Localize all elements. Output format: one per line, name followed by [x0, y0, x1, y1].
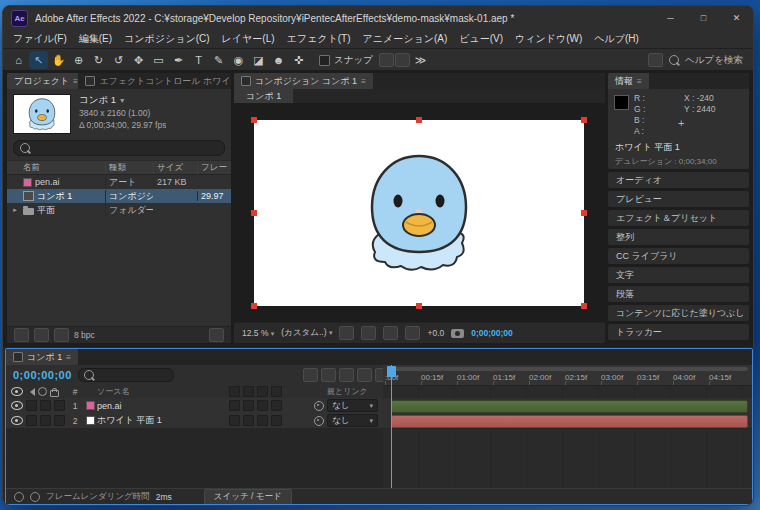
eraser-tool-icon[interactable]: ◪: [249, 51, 268, 69]
brush-tool-icon[interactable]: ✎: [209, 51, 228, 69]
layer-bar-white-solid[interactable]: [391, 415, 748, 428]
column-size[interactable]: サイズ: [153, 162, 197, 174]
current-time-display[interactable]: 0;00;00;00: [13, 369, 72, 381]
solo-icon[interactable]: [38, 387, 47, 396]
shy-toggle[interactable]: [229, 400, 240, 411]
puppet-pin-tool-icon[interactable]: ✜: [289, 51, 308, 69]
type-tool-icon[interactable]: T: [189, 51, 208, 69]
menu-window[interactable]: ウィンドウ(W): [509, 32, 588, 46]
lock-icon[interactable]: [50, 390, 59, 397]
composition-viewer[interactable]: [234, 103, 605, 323]
layer-row-2[interactable]: 2 ホワイト 平面 1 なし ▾: [6, 413, 383, 429]
selection-tool-icon[interactable]: ↖: [29, 51, 48, 69]
layer-row-1[interactable]: 1 pen.ai なし ▾: [6, 398, 383, 414]
snap-toggle[interactable]: スナップ: [319, 54, 373, 67]
menu-file[interactable]: ファイル(F): [7, 32, 73, 46]
timeline-track-area[interactable]: :00f 00:15f 01:00f 01:15f 02:00f 02:15f …: [383, 365, 752, 489]
tab-timeline-comp1[interactable]: コンポ 1 ≡: [6, 349, 78, 365]
exposure-value[interactable]: +0.0: [427, 328, 444, 338]
trash-icon[interactable]: [209, 328, 224, 342]
zoom-tool-icon[interactable]: ⊕: [69, 51, 88, 69]
shy-toggle[interactable]: [229, 415, 240, 426]
switches-modes-button[interactable]: スイッチ / モード: [204, 489, 292, 505]
project-row-comp1[interactable]: コンポ 1 コンポジション 29.97: [7, 189, 231, 203]
effect-toggle[interactable]: [271, 415, 282, 426]
mask-visibility-icon[interactable]: [361, 326, 376, 340]
column-source-name[interactable]: ソース名: [97, 386, 225, 397]
collapse-toggle[interactable]: [243, 415, 254, 426]
selection-handle[interactable]: [251, 117, 257, 123]
maximize-button[interactable]: □: [687, 6, 720, 30]
parent-select[interactable]: なし ▾: [327, 414, 378, 427]
solo-toggle[interactable]: [40, 415, 51, 426]
project-row-solids-folder[interactable]: ▸ 平面 フォルダー: [7, 203, 231, 217]
roto-brush-tool-icon[interactable]: ☻: [269, 51, 288, 69]
snap-option2-icon[interactable]: [395, 53, 410, 67]
panel-cc-libraries[interactable]: CC ライブラリ: [608, 248, 749, 264]
pickwhip-icon[interactable]: [314, 401, 324, 411]
hide-shy-layers-icon[interactable]: [339, 368, 354, 382]
menu-view[interactable]: ビュー(V): [453, 32, 509, 46]
layer-source-name[interactable]: pen.ai: [97, 401, 225, 411]
timeline-search-input[interactable]: [78, 368, 174, 382]
quality-toggle[interactable]: [257, 415, 268, 426]
snap-option-icon[interactable]: [379, 53, 394, 67]
orbit-camera-tool-icon[interactable]: ↻: [89, 51, 108, 69]
column-parent-link[interactable]: 親とリンク: [327, 386, 383, 397]
column-type[interactable]: 種類: [105, 162, 153, 174]
lock-toggle[interactable]: [54, 400, 65, 411]
rotation-tool-icon[interactable]: ↺: [109, 51, 128, 69]
panel-tracker[interactable]: トラッカー: [608, 324, 749, 340]
layer-bar-penai[interactable]: [391, 400, 748, 413]
selection-handle[interactable]: [581, 210, 587, 216]
pan-behind-tool-icon[interactable]: ✥: [129, 51, 148, 69]
composition-flowchart-icon[interactable]: [303, 368, 318, 382]
column-framerate[interactable]: フレー: [197, 162, 231, 174]
selection-handle[interactable]: [416, 303, 422, 309]
menu-effect[interactable]: エフェクト(T): [281, 32, 357, 46]
help-search[interactable]: ヘルプを検索: [648, 53, 747, 67]
hand-tool-icon[interactable]: ✋: [49, 51, 68, 69]
viewer-current-time[interactable]: 0;00;00;00: [471, 328, 513, 338]
audio-icon[interactable]: [26, 388, 35, 396]
project-row-penai[interactable]: pen.ai アート 217 KB: [7, 175, 231, 189]
column-name[interactable]: 名前: [23, 162, 105, 174]
panel-preview[interactable]: プレビュー: [608, 191, 749, 207]
playhead-line[interactable]: [391, 365, 392, 489]
workspace-switcher-icon[interactable]: [648, 53, 663, 67]
menu-composition[interactable]: コンポジション(C): [118, 32, 216, 46]
audio-toggle[interactable]: [26, 415, 37, 426]
tab-effect-controls[interactable]: エフェクトコントロール ホワイト: [78, 73, 231, 89]
selection-handle[interactable]: [581, 303, 587, 309]
quality-toggle[interactable]: [257, 400, 268, 411]
layer-label-chip[interactable]: [86, 401, 95, 410]
layer-visibility-icon[interactable]: [11, 401, 23, 410]
color-depth-label[interactable]: 8 bpc: [74, 330, 95, 340]
lock-toggle[interactable]: [54, 415, 65, 426]
panel-character[interactable]: 文字: [608, 267, 749, 283]
tab-info[interactable]: 情報 ≡: [608, 73, 649, 89]
menu-layer[interactable]: レイヤー(L): [216, 32, 281, 46]
tab-project[interactable]: プロジェクト ≡: [7, 73, 78, 89]
chevron-down-icon[interactable]: ▼: [119, 97, 126, 104]
layer-source-name[interactable]: ホワイト 平面 1: [97, 414, 225, 427]
parent-select[interactable]: なし ▾: [327, 399, 378, 412]
composition-canvas[interactable]: [254, 120, 584, 306]
solo-toggle[interactable]: [40, 400, 51, 411]
more-tools-icon[interactable]: ≫: [411, 51, 430, 69]
time-ruler[interactable]: :00f 00:15f 01:00f 01:15f 02:00f 02:15f …: [383, 365, 752, 386]
penguin-artwork[interactable]: [359, 146, 479, 278]
pen-tool-icon[interactable]: ✒: [169, 51, 188, 69]
video-visibility-icon[interactable]: [11, 387, 23, 396]
menu-edit[interactable]: 編集(E): [73, 32, 118, 46]
panel-menu-icon[interactable]: ≡: [66, 353, 71, 362]
pickwhip-icon[interactable]: [314, 416, 324, 426]
new-folder-icon[interactable]: [34, 328, 49, 342]
layer-visibility-icon[interactable]: [11, 416, 23, 425]
panel-align[interactable]: 整列: [608, 229, 749, 245]
panel-menu-icon[interactable]: ≡: [637, 77, 642, 86]
selection-handle[interactable]: [581, 117, 587, 123]
tab-composition[interactable]: コンポジション コンポ 1 ≡: [234, 73, 373, 89]
resolution-select[interactable]: (カスタム..) ▾: [281, 327, 332, 339]
snap-checkbox[interactable]: [319, 55, 330, 66]
